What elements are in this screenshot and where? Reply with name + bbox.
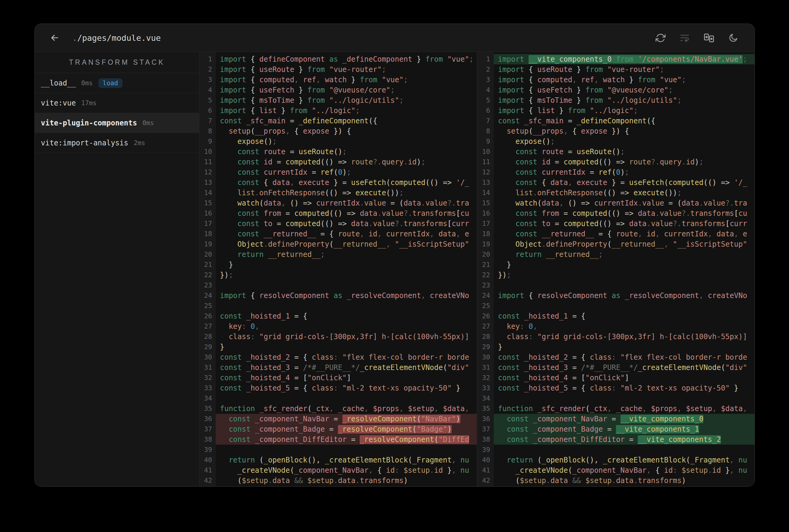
line-number: 28 <box>477 331 494 342</box>
code-line: 12 const currentIdx = ref(0); <box>477 167 754 177</box>
code-line: 9 expose(); <box>477 136 754 147</box>
code-line: 38 const _component_DiffEditor = _resolv… <box>199 434 477 445</box>
code-line: 13 const { data, execute } = useFetch(co… <box>477 177 754 188</box>
code-line: 8 setup(__props, { expose }) { <box>477 126 754 136</box>
sidebar-item--load-[interactable]: __load__0msload <box>35 73 199 93</box>
code-text: Object.defineProperty(__returned__, "__i… <box>216 239 477 249</box>
back-button[interactable] <box>49 32 61 44</box>
code-text: import { useFetch } from "@vueuse/core"; <box>494 85 754 95</box>
line-number: 31 <box>477 362 494 373</box>
file-path-prefix: . <box>72 33 77 43</box>
line-number: 30 <box>199 352 216 362</box>
line-number: 25 <box>199 301 216 311</box>
line-number: 40 <box>199 455 216 465</box>
code-text: ($setup.data && $setup.data.transforms) <box>216 475 477 486</box>
line-number: 8 <box>199 126 216 136</box>
code-text: import { useFetch } from "@vueuse/core"; <box>216 85 477 95</box>
code-line: 20 return __returned__; <box>477 249 754 260</box>
line-number: 4 <box>477 85 494 95</box>
code-line: 28 class: "grid grid-cols-[300px,3fr] h-… <box>199 331 477 342</box>
code-text: expose(); <box>494 136 754 147</box>
line-number: 15 <box>477 198 494 208</box>
line-number: 20 <box>199 249 216 260</box>
dark-mode-toggle-button[interactable] <box>726 31 740 45</box>
code-text: const _component_Badge = _resolveCompone… <box>216 424 477 434</box>
line-number: 42 <box>199 475 216 486</box>
code-text: const id = computed(() => route?.query.i… <box>494 157 754 167</box>
refresh-button[interactable] <box>654 31 667 45</box>
code-text <box>216 393 477 403</box>
code-text: const __returned__ = { route, id, curren… <box>216 229 477 239</box>
code-lines-before: 1import { defineComponent as _defineComp… <box>199 52 477 486</box>
code-text: return __returned__; <box>216 249 477 260</box>
line-number: 6 <box>477 106 494 116</box>
code-text: import { useRoute } from "vue-router"; <box>494 64 754 75</box>
code-line: 17 const to = computed(() => data.value?… <box>477 218 754 229</box>
code-text: import { msToTime } from "../logic/utils… <box>494 95 754 106</box>
line-number: 20 <box>477 249 494 260</box>
code-text <box>494 393 754 403</box>
code-line: 4import { useFetch } from "@vueuse/core"… <box>199 85 477 95</box>
code-text <box>494 301 754 311</box>
code-text: } <box>216 260 477 270</box>
code-line: 40 return (_openBlock(), _createElementB… <box>199 455 477 465</box>
code-text: _createVNode(_component_NavBar, { id: $s… <box>494 465 754 475</box>
line-number: 24 <box>199 290 216 301</box>
file-path-title: ./pages/module.vue <box>72 33 161 43</box>
code-line: 42 ($setup.data && $setup.data.transform… <box>477 475 754 486</box>
sidebar-item-vite-vue[interactable]: vite:vue17ms <box>35 93 199 113</box>
code-text: const _hoisted_2 = { class: "flex flex-c… <box>494 352 754 362</box>
code-text: const _hoisted_4 = ["onClick"] <box>494 373 754 383</box>
line-number: 39 <box>477 445 494 455</box>
diff-view-toggle-button[interactable] <box>702 31 716 45</box>
code-line: 21 } <box>477 260 754 270</box>
code-line: 19 Object.defineProperty(__returned__, "… <box>199 239 477 249</box>
code-text: Object.defineProperty(__returned__, "__i… <box>494 239 754 249</box>
code-line: 32const _hoisted_4 = ["onClick"] <box>199 373 477 383</box>
code-line: 7const _sfc_main = _defineComponent({ <box>477 116 754 126</box>
line-number: 7 <box>199 116 216 126</box>
line-number: 2 <box>199 64 216 75</box>
line-number: 41 <box>477 465 494 475</box>
code-line: 14 list.onFetchResponse(() => execute())… <box>477 188 754 198</box>
line-number: 18 <box>199 229 216 239</box>
line-number: 14 <box>477 188 494 198</box>
line-number: 18 <box>477 229 494 239</box>
code-line: 29} <box>199 342 477 352</box>
line-number: 5 <box>199 95 216 106</box>
code-line: 36 const _component_NavBar = __vite_comp… <box>477 414 754 424</box>
plugin-name: __load__ <box>41 79 76 87</box>
line-wrap-toggle-button[interactable] <box>678 31 692 45</box>
code-line: 25 <box>477 301 754 311</box>
line-number: 15 <box>199 198 216 208</box>
line-number: 26 <box>199 311 216 321</box>
line-number: 31 <box>199 362 216 373</box>
code-line: 6import { list } from "../logic"; <box>477 106 754 116</box>
file-path-text: /pages/module.vue <box>77 33 161 43</box>
sidebar-item-vite-import-analysis[interactable]: vite:import-analysis2ms <box>35 133 199 153</box>
code-text: import { defineComponent as _defineCompo… <box>216 54 477 64</box>
sidebar-item-vite-plugin-components[interactable]: vite-plugin-components0ms <box>35 113 199 133</box>
line-number: 3 <box>477 75 494 85</box>
code-line: 1import { defineComponent as _defineComp… <box>199 54 477 64</box>
code-line: 10 const route = useRoute(); <box>199 147 477 157</box>
code-line: 41 _createVNode(_component_NavBar, { id:… <box>477 465 754 475</box>
diff-panel-after[interactable]: 1import __vite_components_0 from '/compo… <box>477 52 754 486</box>
line-number: 32 <box>477 373 494 383</box>
code-line: 35function _sfc_render(_ctx, _cache, $pr… <box>477 403 754 414</box>
line-number: 2 <box>477 64 494 75</box>
code-text: }); <box>494 270 754 280</box>
code-text: }); <box>216 270 477 280</box>
code-text: const _sfc_main = _defineComponent({ <box>216 116 477 126</box>
code-line: 23 <box>477 280 754 290</box>
line-number: 38 <box>199 434 216 445</box>
line-number: 5 <box>477 95 494 106</box>
code-text: class: "grid grid-cols-[300px,3fr] h-[ca… <box>216 331 477 342</box>
code-text: import { resolveComponent as _resolveCom… <box>494 290 754 301</box>
code-text: return (_openBlock(), _createElementBloc… <box>494 455 754 465</box>
code-line: 36 const _component_NavBar = _resolveCom… <box>199 414 477 424</box>
diff-panel-before[interactable]: 1import { defineComponent as _defineComp… <box>199 52 477 486</box>
code-text: list.onFetchResponse(() => execute()); <box>216 188 477 198</box>
code-line: 27 key: 0, <box>477 321 754 331</box>
code-text: const route = useRoute(); <box>216 147 477 157</box>
